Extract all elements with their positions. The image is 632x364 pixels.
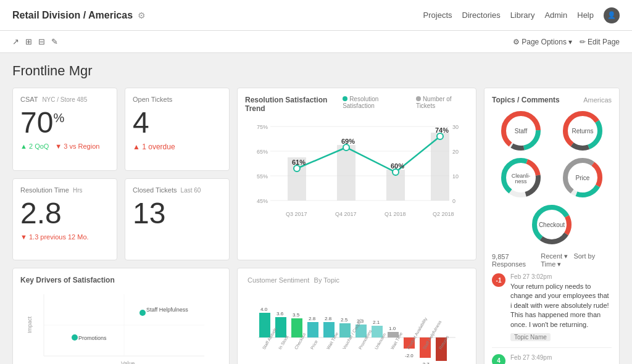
avatar[interactable]: 👤 <box>604 7 620 23</box>
svg-text:45%: 45% <box>257 198 268 204</box>
top-bar: Retail Division / Americas ⚙ Projects Di… <box>0 0 632 31</box>
edit-icon[interactable]: ✎ <box>51 37 58 46</box>
comment-badge-pos: 4 <box>492 354 505 364</box>
svg-text:3.5: 3.5 <box>293 312 300 318</box>
donut-price: Price <box>554 156 612 199</box>
gear-icon: ⚙ <box>513 38 520 46</box>
svg-rect-58 <box>307 322 318 337</box>
resolution-trend-card: Resolution Satisfaction Trend Resolution… <box>237 88 476 260</box>
topics-title: Topics / Comments <box>492 96 560 104</box>
svg-text:Impact: Impact <box>27 316 33 333</box>
svg-text:Price: Price <box>310 339 318 350</box>
svg-text:75%: 75% <box>257 124 268 130</box>
topics-card: Topics / Comments Americas Staff <box>484 88 620 364</box>
svg-text:4.0: 4.0 <box>260 307 268 312</box>
svg-point-18 <box>393 169 399 175</box>
responses-count: 9,857 Responses <box>492 253 541 268</box>
svg-text:Q2 2018: Q2 2018 <box>433 211 454 217</box>
svg-text:2.8: 2.8 <box>309 316 316 321</box>
chart-legend: Resolution Satisfaction Number of Ticket… <box>343 96 468 109</box>
topic-tag[interactable]: Topic Name <box>510 333 551 341</box>
page-options-button[interactable]: ⚙ Page Options ▾ <box>513 38 572 46</box>
nav-help[interactable]: Help <box>577 10 594 20</box>
closed-tickets-sublabel: Last 60 <box>181 187 201 194</box>
svg-text:Checkout: Checkout <box>539 221 565 228</box>
svg-text:Price: Price <box>576 175 590 181</box>
toolbar: ↗ ⊞ ⊟ ✎ ⚙ Page Options ▾ ✏ Edit Page <box>0 31 632 53</box>
top-bar-left: Retail Division / Americas ⚙ <box>12 10 146 21</box>
toolbar-actions: ↗ ⊞ ⊟ ✎ <box>12 37 58 46</box>
topics-subtitle: Americas <box>583 96 612 104</box>
edit-page-button[interactable]: ✏ Edit Page <box>580 38 620 46</box>
svg-text:2.8: 2.8 <box>325 316 332 321</box>
resolution-trend-title: Resolution Satisfaction Trend <box>245 96 343 113</box>
nav-admin[interactable]: Admin <box>544 10 567 20</box>
svg-rect-13 <box>337 145 356 201</box>
sentiment-chart: 4.0 3.6 3.5 2.8 2.8 2.5 2.3 2.1 1.0 -2.0… <box>245 288 468 364</box>
svg-text:Q4 2017: Q4 2017 <box>335 211 357 217</box>
closed-tickets-value: 13 <box>133 199 222 228</box>
chevron-down-icon: ▾ <box>568 38 572 46</box>
svg-text:55%: 55% <box>257 173 268 180</box>
svg-text:Staff Helpfulness: Staff Helpfulness <box>146 307 188 313</box>
comment-date: Feb 27 3:02pm <box>510 273 612 280</box>
csat-label: CSAT NYC / Store 485 <box>20 96 109 103</box>
toolbar-right: ⚙ Page Options ▾ ✏ Edit Page <box>513 38 620 46</box>
svg-point-99 <box>72 334 78 341</box>
svg-text:2.1: 2.1 <box>373 320 380 325</box>
closed-tickets-card: Closed Tickets Last 60 13 <box>125 178 230 260</box>
main-area: Frontline Mgr CSAT NYC / Store 485 70% ▲… <box>0 53 632 364</box>
svg-point-17 <box>343 144 349 151</box>
svg-text:ness: ness <box>515 178 527 184</box>
nav-projects[interactable]: Projects <box>423 10 452 20</box>
svg-point-97 <box>139 310 146 316</box>
svg-text:Staff: Staff <box>515 128 528 134</box>
sentiment-card: Customer Sentiment By Topic <box>237 268 476 364</box>
open-tickets-value: 4 <box>133 108 222 138</box>
svg-text:74%: 74% <box>435 126 449 134</box>
page-breadcrumb: Retail Division / Americas <box>12 10 133 21</box>
svg-text:0: 0 <box>452 198 455 204</box>
donut-cleanliness: Cleanli- ness <box>492 156 550 199</box>
csat-sublabel: NYC / Store 485 <box>42 96 87 103</box>
resolution-time-label: Resolution Time Hrs <box>20 186 109 194</box>
key-drivers-chart: Value Impact Staff Helpfulness Promotion… <box>20 288 222 364</box>
donut-returns: Returns <box>554 109 612 152</box>
svg-rect-55 <box>259 313 270 337</box>
svg-text:20: 20 <box>452 149 459 155</box>
export-icon[interactable]: ⊟ <box>38 37 45 46</box>
donut-grid: Staff Returns <box>492 109 612 246</box>
key-drivers-card: Key Drivers of Satisfaction Value Impact… <box>12 268 230 364</box>
svg-point-19 <box>437 133 443 139</box>
svg-text:1.0: 1.0 <box>389 326 396 331</box>
svg-text:30: 30 <box>452 124 459 130</box>
topics-header: Topics / Comments Americas <box>492 96 612 104</box>
comment-date: Feb 27 3:49pm <box>510 354 612 361</box>
svg-text:Value: Value <box>121 360 135 364</box>
nav-directories[interactable]: Directories <box>462 10 501 20</box>
csat-region: ▼ 3 vs Region <box>55 143 99 150</box>
top-bar-nav: Projects Directories Library Admin Help … <box>423 7 620 23</box>
comment-item: -1 Feb 27 3:02pm Your return policy need… <box>492 273 612 348</box>
comment-content: Feb 27 3:49pm Found a shirt that I loved… <box>510 354 612 364</box>
responses-bar: 9,857 Responses Recent ▾ Sort by Time ▾ <box>492 252 612 268</box>
key-drivers-title: Key Drivers of Satisfaction <box>20 276 222 284</box>
open-tickets-card: Open Tickets 4 ▲ 1 overdue <box>125 88 230 171</box>
copy-icon[interactable]: ⊞ <box>25 37 32 46</box>
resolution-time-card: Resolution Time Hrs 2.8 ▼ 1.3 previous 1… <box>12 178 117 260</box>
svg-text:-2.0: -2.0 <box>405 353 414 358</box>
overdue-label: ▲ 1 overdue <box>133 143 222 151</box>
share-icon[interactable]: ↗ <box>12 37 19 46</box>
nav-library[interactable]: Library <box>510 10 535 20</box>
svg-rect-15 <box>431 133 449 201</box>
svg-point-16 <box>294 165 300 172</box>
svg-text:3.6: 3.6 <box>276 311 284 316</box>
comment-badge-neg: -1 <box>492 273 505 287</box>
svg-text:10: 10 <box>452 173 459 180</box>
svg-text:69%: 69% <box>341 138 355 145</box>
donut-checkout: Checkout <box>530 203 573 246</box>
settings-icon[interactable]: ⚙ <box>138 10 146 20</box>
donut-staff: Staff <box>492 109 550 152</box>
csat-qoq: ▲ 2 QoQ <box>20 143 49 150</box>
resolution-time-value: 2.8 <box>20 199 109 228</box>
